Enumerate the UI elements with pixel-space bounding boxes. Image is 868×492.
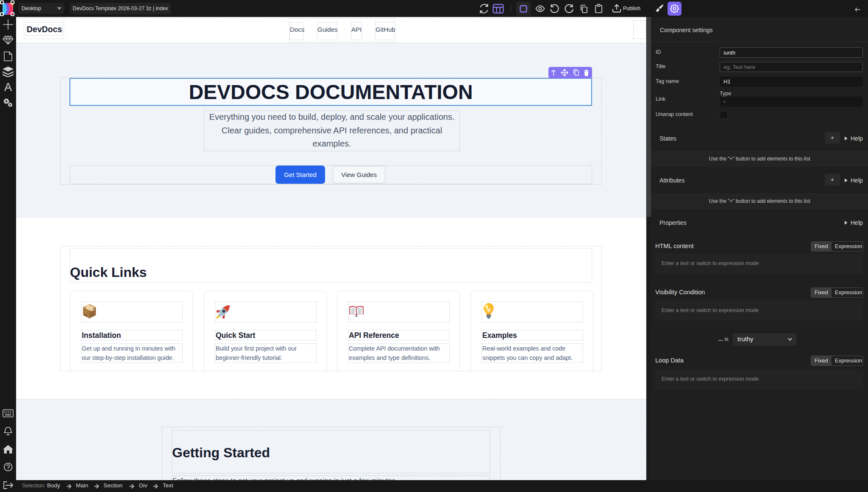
- svg-text:uz: uz: [84, 313, 88, 317]
